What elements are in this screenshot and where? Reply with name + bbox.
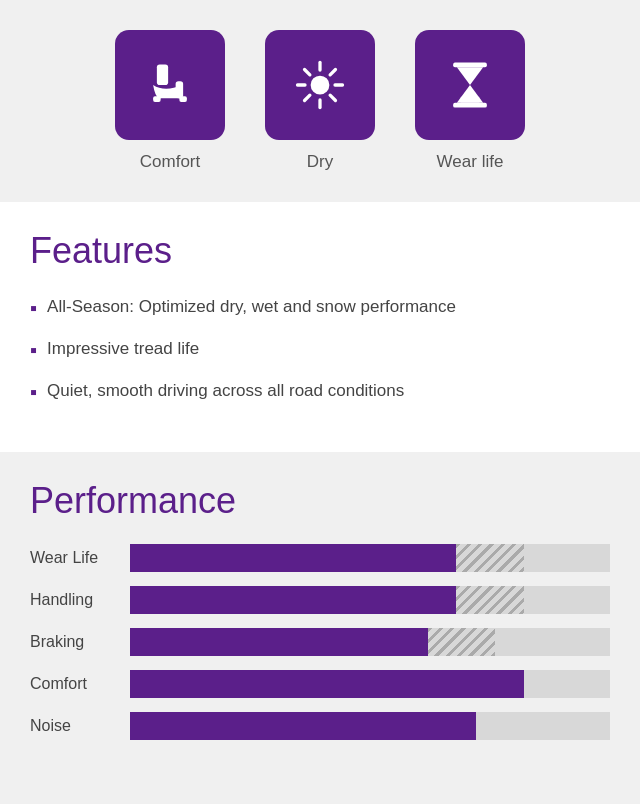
dry-label: Dry	[307, 152, 333, 172]
bar-track-braking	[130, 628, 610, 656]
icon-item-comfort: Comfort	[115, 30, 225, 172]
bar-row-braking: Braking	[30, 628, 610, 656]
seat-icon	[140, 55, 200, 115]
feature-text-2: Impressive tread life	[47, 336, 199, 362]
svg-rect-13	[453, 63, 487, 68]
svg-rect-1	[176, 81, 184, 98]
features-list: ▪ All-Season: Optimized dry, wet and sno…	[30, 294, 610, 406]
bullet-1: ▪	[30, 294, 37, 322]
svg-point-4	[311, 76, 330, 95]
feature-item-1: ▪ All-Season: Optimized dry, wet and sno…	[30, 294, 610, 322]
performance-section: Performance Wear Life Handling Braking C…	[0, 452, 640, 794]
sun-icon	[290, 55, 350, 115]
bar-row-comfort: Comfort	[30, 670, 610, 698]
comfort-icon-box	[115, 30, 225, 140]
bullet-3: ▪	[30, 378, 37, 406]
bar-track-comfort	[130, 670, 610, 698]
performance-title: Performance	[30, 480, 610, 522]
bar-fill-comfort	[130, 670, 524, 698]
feature-item-3: ▪ Quiet, smooth driving across all road …	[30, 378, 610, 406]
features-section: Features ▪ All-Season: Optimized dry, we…	[0, 202, 640, 452]
bar-hatch-braking	[428, 628, 495, 656]
bar-hatch-wearlife	[456, 544, 523, 572]
bar-row-handling: Handling	[30, 586, 610, 614]
feature-text-3: Quiet, smooth driving across all road co…	[47, 378, 404, 404]
bullet-2: ▪	[30, 336, 37, 364]
bar-label-noise: Noise	[30, 717, 130, 735]
svg-rect-14	[453, 103, 487, 108]
svg-line-11	[330, 70, 335, 75]
wearlife-label: Wear life	[437, 152, 504, 172]
bar-label-braking: Braking	[30, 633, 130, 651]
bar-fill-braking	[130, 628, 428, 656]
bar-label-wearlife: Wear Life	[30, 549, 130, 567]
bar-fill-wearlife	[130, 544, 456, 572]
bar-hatch-handling	[456, 586, 523, 614]
icons-section: Comfort Dry	[0, 0, 640, 202]
hourglass-icon	[440, 55, 500, 115]
svg-line-10	[330, 95, 335, 100]
svg-rect-3	[179, 96, 187, 102]
bar-row-wearlife: Wear Life	[30, 544, 610, 572]
bar-row-noise: Noise	[30, 712, 610, 740]
svg-line-9	[305, 70, 310, 75]
svg-rect-0	[157, 64, 168, 85]
bar-track-noise	[130, 712, 610, 740]
bar-track-handling	[130, 586, 610, 614]
icon-item-wearlife: Wear life	[415, 30, 525, 172]
bar-track-wearlife	[130, 544, 610, 572]
svg-line-12	[305, 95, 310, 100]
bar-fill-noise	[130, 712, 476, 740]
bar-label-comfort: Comfort	[30, 675, 130, 693]
svg-rect-2	[153, 96, 161, 102]
dry-icon-box	[265, 30, 375, 140]
bar-label-handling: Handling	[30, 591, 130, 609]
bar-fill-handling	[130, 586, 456, 614]
comfort-label: Comfort	[140, 152, 200, 172]
icon-item-dry: Dry	[265, 30, 375, 172]
feature-item-2: ▪ Impressive tread life	[30, 336, 610, 364]
features-title: Features	[30, 230, 610, 272]
wearlife-icon-box	[415, 30, 525, 140]
feature-text-1: All-Season: Optimized dry, wet and snow …	[47, 294, 456, 320]
